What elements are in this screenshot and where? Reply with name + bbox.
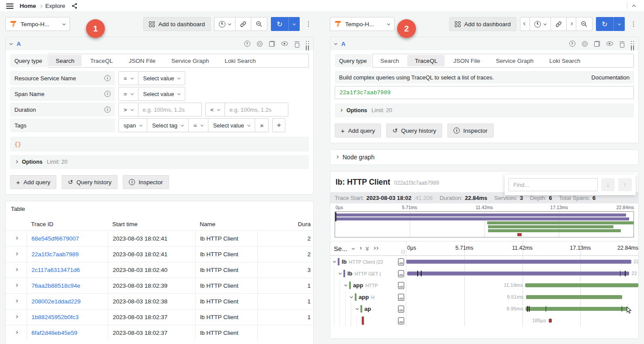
expand-one-icon[interactable] [359,246,362,249]
collapse-query-chevron-icon[interactable] [10,41,13,45]
table-row[interactable]: 1b88245952b0fc32023-08-03 18:02:37lb HTT… [6,309,313,325]
zoom-out-button[interactable] [576,17,592,31]
inspector-button[interactable]: iInspector [123,175,169,189]
run-query-button[interactable]: ↻ [271,17,300,31]
trace-minimap[interactable] [335,211,634,237]
tab-json-file[interactable]: JSON File [446,55,488,66]
tab-json-file[interactable]: JSON File [121,55,163,66]
row-expander[interactable] [6,294,27,309]
col-name[interactable]: Name [195,217,257,230]
share-icon[interactable] [71,3,78,9]
minimap-drag-handle[interactable] [335,212,336,221]
row-expander[interactable] [6,310,27,325]
tab-search[interactable]: Search [48,55,82,66]
find-next-button[interactable]: ↓ [601,178,615,191]
span-duration-bar[interactable] [525,283,638,287]
collapse-up-icon[interactable] [632,4,636,8]
span-logs-icon[interactable]: LOG [398,258,404,265]
table-row[interactable]: 2c117a6313471d62023-08-03 18:02:40lb HTT… [6,262,313,278]
chevron-down-icon[interactable] [352,246,355,249]
datasource-picker[interactable]: Tempo-H... [330,17,395,31]
tab-service-graph[interactable]: Service Graph [488,55,541,66]
time-picker-button[interactable] [530,17,551,31]
trace-id-link[interactable]: 1b88245952b0fc3 [27,310,108,325]
help-icon[interactable]: ? [569,41,575,47]
span-logs-icon[interactable]: LOG [398,294,404,301]
add-to-dashboard-button[interactable]: Add to dashboard [143,17,211,31]
copy-query-icon[interactable] [269,41,275,47]
service-value-select[interactable]: Select value [138,71,186,85]
tab-loki-search[interactable]: Loki Search [217,55,263,66]
span-row[interactable]: lbHTTP GET (LOG22 [330,268,638,279]
more-options-button[interactable]: ⋮ [628,17,639,31]
collapse-chevron-icon[interactable] [344,283,347,286]
trace-id-link[interactable]: 208002e1ddad229 [27,294,108,309]
duration-min-input[interactable] [138,103,202,117]
add-query-button[interactable]: +Add query [10,175,56,189]
col-start-time[interactable]: Start time [108,217,195,230]
datasource-picker[interactable]: Tempo-H... [5,17,70,31]
breadcrumb-home[interactable]: Home [20,3,36,9]
share-link-button[interactable] [235,17,251,31]
hide-response-icon[interactable] [606,41,613,46]
trace-id-link[interactable]: 2c117a6313471d6 [27,262,108,278]
delete-query-icon[interactable] [294,41,299,47]
options-row[interactable]: Options Limit: 20 [335,103,634,117]
collapse-chevron-icon[interactable] [333,260,336,263]
span-value-select[interactable]: Select value [138,87,186,101]
hamburger-menu-icon[interactable] [6,6,14,7]
run-query-button[interactable]: ↻ [596,17,625,31]
query-history-button[interactable]: ↺Query history [386,124,442,138]
breadcrumb-explore[interactable]: Explore [45,3,66,9]
span-operator-select[interactable]: = [118,87,138,101]
row-expander[interactable] [6,262,27,278]
span-duration-bar[interactable] [549,319,552,323]
service-operator-select[interactable]: = [118,71,138,85]
find-prev-button[interactable]: ↑ [618,178,632,191]
span-logs-icon[interactable]: LOG [398,270,404,277]
add-tag-button[interactable]: + [272,118,285,132]
tab-search[interactable]: Search [373,55,407,66]
duration-max-input[interactable] [225,103,288,117]
tab-service-graph[interactable]: Service Graph [164,55,216,66]
disable-query-icon[interactable] [257,41,263,47]
span-duration-bar[interactable] [407,272,630,275]
service-column-dropdown[interactable]: Se... [334,245,347,252]
add-to-dashboard-button[interactable]: Add to dashboard [449,17,516,31]
table-row[interactable]: 76aa2b88518c94e2023-08-03 18:02:39lb HTT… [6,278,313,293]
query-history-button[interactable]: ↺Query history [62,175,118,189]
row-expander[interactable] [6,231,27,246]
collapse-chevron-icon[interactable] [350,295,353,298]
tag-operator-select[interactable]: = [188,118,208,132]
row-expander[interactable] [6,247,27,262]
span-duration-bar[interactable] [526,295,622,299]
add-query-button[interactable]: +Add query [335,124,381,138]
share-link-button[interactable] [551,17,566,31]
time-picker-button[interactable] [215,17,235,31]
traceql-query-input[interactable]: 22a1f3c7aab7989 [335,86,634,99]
node-graph-panel[interactable]: Node graph [330,149,639,165]
tab-loki-search[interactable]: Loki Search [542,55,588,66]
span-row[interactable]: appHTTPLOG11.19ms [330,279,638,291]
tag-value-select[interactable]: Select value [208,118,256,132]
span-logs-icon[interactable]: LOG [398,317,404,324]
span-logs-icon[interactable]: LOG [398,306,404,313]
documentation-link[interactable]: Documentation [592,74,630,81]
copy-query-icon[interactable] [594,41,600,47]
options-row[interactable]: Options Limit: 20 [10,155,309,169]
row-expander[interactable] [6,278,27,293]
delete-query-icon[interactable] [620,41,624,47]
help-icon[interactable]: ? [244,41,250,47]
trace-id-link[interactable]: 6faf2d48eb45e59 [27,325,108,341]
duration-min-operator-select[interactable]: > [118,103,138,117]
tag-name-select[interactable]: Select tag [147,118,189,132]
span-duration-bar[interactable] [406,260,631,264]
disable-query-icon[interactable] [582,41,588,47]
drag-handle-icon[interactable] [306,41,309,47]
table-row[interactable]: 6faf2d48eb45e592023-08-03 18:02:37lb HTT… [6,325,313,341]
zoom-out-button[interactable] [251,17,267,31]
table-row[interactable]: 68e545df66790072023-08-03 18:02:41lb HTT… [6,230,313,246]
move-pane-left-button[interactable] [520,17,530,31]
span-logs-icon[interactable]: LOG [398,282,404,289]
trace-id-link[interactable]: 76aa2b88518c94e [27,278,108,293]
